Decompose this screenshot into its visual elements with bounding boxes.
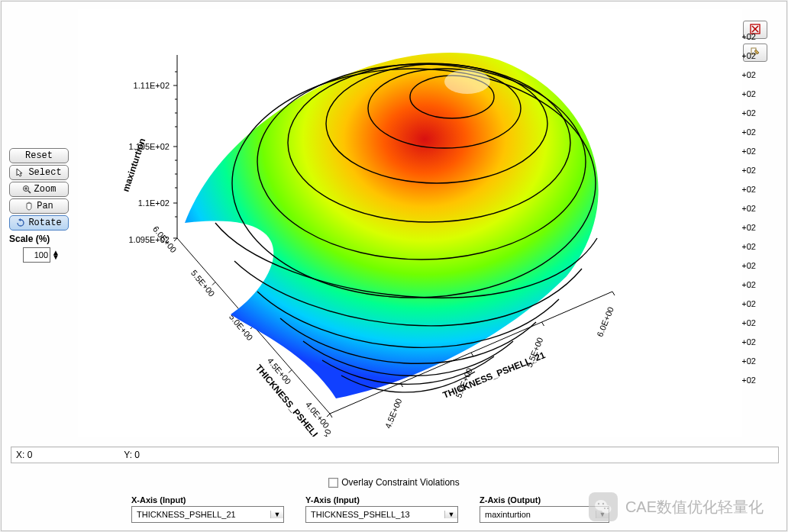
svg-text:1.11E+02: 1.11E+02 xyxy=(134,81,170,90)
select-label: Select xyxy=(28,167,61,178)
svg-line-46 xyxy=(542,322,544,326)
coord-x: X: 0 xyxy=(16,450,32,460)
coordinate-bar: X: 0 Y: 0 xyxy=(11,447,779,463)
zoom-button[interactable]: Zoom xyxy=(9,182,69,197)
coord-y: Y: 0 xyxy=(124,450,140,460)
chevron-down-icon: ▼ xyxy=(596,511,609,518)
svg-line-1 xyxy=(28,191,31,193)
chevron-down-icon: ▼ xyxy=(444,511,457,518)
magnifier-icon xyxy=(22,185,31,194)
svg-line-48 xyxy=(612,292,615,295)
x-axis-column: X-Axis (Input) THICKNESS_PSHELL_21 ▼ xyxy=(131,495,284,523)
chevron-down-icon: ▼ xyxy=(270,511,283,518)
svg-line-40 xyxy=(330,414,332,418)
spin-down-icon: ▼ xyxy=(52,255,60,260)
hand-icon xyxy=(24,202,34,211)
svg-text:1.1E+02: 1.1E+02 xyxy=(138,198,170,208)
cursor-icon xyxy=(16,168,25,177)
select-button[interactable]: Select xyxy=(9,165,69,180)
scale-control: ▲ ▼ xyxy=(23,247,70,263)
x-axis-value: THICKNESS_PSHELL_21 xyxy=(132,510,270,519)
z-axis-dropdown[interactable]: maxinturtion ▼ xyxy=(480,506,609,523)
watermark-text: CAE数值优化轻量化 xyxy=(625,497,764,517)
overlay-label: Overlay Constraint Violations xyxy=(341,477,460,488)
overlay-checkbox[interactable] xyxy=(328,478,338,488)
svg-text:4.5E+00: 4.5E+00 xyxy=(383,397,404,430)
y-axis-label: Y-Axis (Input) xyxy=(305,495,458,505)
svg-line-44 xyxy=(471,353,473,356)
pan-label: Pan xyxy=(37,201,53,211)
scale-input[interactable] xyxy=(23,247,50,263)
axis-controls: X-Axis (Input) THICKNESS_PSHELL_21 ▼ Y-A… xyxy=(131,495,609,523)
main-panel: Reset Select Zoom Pan Rotate Scale xyxy=(1,1,787,531)
scale-spinner[interactable]: ▲ ▼ xyxy=(52,250,60,260)
svg-line-37 xyxy=(174,238,177,241)
svg-line-31 xyxy=(289,370,292,373)
svg-line-29 xyxy=(327,414,330,417)
z-axis-label: Z-Axis (Output) xyxy=(480,495,609,505)
reset-label: Reset xyxy=(25,150,53,161)
surface-plot-svg: 1.11E+02 1.105E+02 1.1E+02 1.095E+02 max… xyxy=(78,9,742,437)
watermark: CAE数值优化轻量化 xyxy=(589,492,764,521)
z-axis-column: Z-Axis (Output) maxinturtion ▼ xyxy=(480,495,609,523)
scale-label: Scale (%) xyxy=(9,234,70,244)
svg-text:maxinturtion: maxinturtion xyxy=(121,137,148,192)
svg-text:5.5E+00: 5.5E+00 xyxy=(189,268,217,298)
specular-highlight xyxy=(444,69,490,94)
svg-line-35 xyxy=(212,282,215,285)
rotate-label: Rotate xyxy=(28,218,61,228)
zoom-label: Zoom xyxy=(34,184,57,195)
y-axis-value: THICKNESS_PSHELL_13 xyxy=(306,510,444,519)
overlay-row: Overlay Constraint Violations xyxy=(2,477,786,488)
y-axis-column: Y-Axis (Input) THICKNESS_PSHELL_13 ▼ xyxy=(305,495,458,523)
reset-button[interactable]: Reset xyxy=(9,148,69,163)
y-axis-dropdown[interactable]: THICKNESS_PSHELL_13 ▼ xyxy=(305,506,458,523)
z-axis-value: maxinturtion xyxy=(480,510,596,519)
view-toolbar: Reset Select Zoom Pan Rotate Scale xyxy=(9,148,70,263)
pan-button[interactable]: Pan xyxy=(9,198,69,214)
x-axis-label: X-Axis (Input) xyxy=(131,495,284,505)
x-axis-dropdown[interactable]: THICKNESS_PSHELL_21 ▼ xyxy=(131,506,284,523)
svg-text:THICKNESS_PSHELL_21: THICKNESS_PSHELL_21 xyxy=(441,350,547,401)
svg-text:6.0E+00: 6.0E+00 xyxy=(595,305,615,338)
rotate-button[interactable]: Rotate xyxy=(9,215,69,231)
surface-plot[interactable]: 1.11E+02 1.105E+02 1.1E+02 1.095E+02 max… xyxy=(78,9,742,437)
rotate-icon xyxy=(16,218,25,227)
